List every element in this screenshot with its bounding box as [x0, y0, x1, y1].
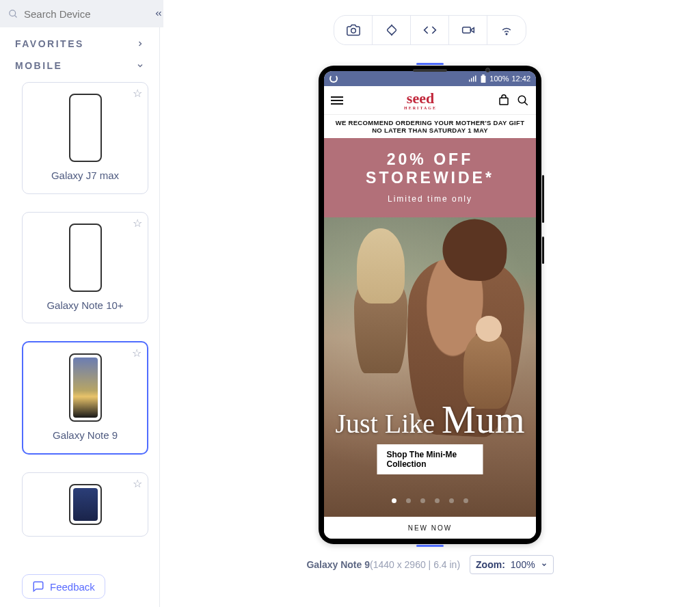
battery-icon — [480, 75, 487, 83]
device-meta: Galaxy Note 9(1440 x 2960 | 6.4 in) Zoom… — [306, 555, 553, 574]
signal-icon — [469, 75, 477, 82]
star-icon[interactable]: ☆ — [133, 477, 142, 490]
mobile-label: MOBILE — [15, 60, 62, 71]
promo-banner[interactable]: 20% OFF STOREWIDE* Limited time only — [324, 138, 536, 217]
star-icon[interactable]: ☆ — [133, 217, 142, 230]
zoom-label: Zoom: — [476, 559, 505, 570]
promo-sub: Limited time only — [328, 194, 532, 204]
search-row — [0, 0, 159, 27]
svg-point-0 — [10, 10, 16, 16]
star-icon[interactable]: ☆ — [133, 87, 142, 100]
brand-logo[interactable]: seed HERITAGE — [404, 91, 437, 110]
carousel-dots[interactable] — [392, 498, 468, 503]
promo-line1: 20% OFF — [328, 150, 532, 169]
sidebar: FAVORITES MOBILE ☆ Galaxy J7 max ☆ Galax… — [0, 0, 160, 607]
device-card[interactable]: ☆ — [22, 472, 148, 537]
status-bar: 100% 12:42 — [324, 71, 536, 86]
brand-text: seed — [407, 90, 434, 107]
section-mobile[interactable]: MOBILE — [0, 60, 159, 82]
device-frame: 100% 12:42 seed HERITAGE — [319, 66, 541, 544]
svg-point-5 — [351, 29, 355, 33]
svg-rect-14 — [481, 76, 486, 83]
svg-rect-12 — [473, 77, 474, 82]
brand-subtext: HERITAGE — [404, 106, 437, 110]
meta-device-name: Galaxy Note 9 — [306, 559, 370, 570]
footer-teaser: NEW NOW — [324, 517, 536, 539]
loading-icon — [329, 75, 338, 83]
zoom-select[interactable]: Zoom: 100% — [470, 555, 554, 574]
search-input[interactable] — [24, 8, 154, 20]
svg-rect-10 — [469, 80, 470, 82]
svg-rect-13 — [475, 76, 476, 82]
svg-point-17 — [518, 96, 526, 103]
hero-cta-button[interactable]: Shop The Mini-Me Collection — [377, 444, 483, 474]
feedback-button[interactable]: Feedback — [22, 574, 105, 599]
star-icon[interactable]: ☆ — [132, 347, 142, 360]
favorites-label: FAVORITES — [15, 38, 84, 49]
device-label: Galaxy Note 10+ — [28, 299, 142, 312]
promo-line2: STOREWIDE* — [328, 169, 532, 187]
device-thumb — [69, 353, 102, 422]
svg-line-1 — [14, 15, 16, 17]
hero-figure — [463, 334, 511, 409]
video-icon[interactable] — [449, 16, 487, 44]
chat-icon — [32, 580, 44, 593]
device-card[interactable]: ☆ Galaxy J7 max — [22, 82, 148, 194]
device-thumb — [69, 484, 102, 525]
rotate-icon[interactable] — [373, 16, 411, 44]
svg-rect-11 — [471, 78, 472, 81]
device-thumb — [69, 224, 102, 292]
chevron-down-icon — [541, 561, 548, 568]
svg-rect-16 — [500, 98, 508, 105]
section-favorites[interactable]: FAVORITES — [0, 27, 159, 60]
site-header: seed HERITAGE — [324, 86, 536, 115]
svg-rect-15 — [483, 75, 485, 76]
chevron-down-icon — [136, 62, 144, 70]
svg-rect-7 — [462, 27, 470, 33]
hero-figure — [354, 278, 407, 373]
preview-toolbar — [334, 15, 526, 45]
bag-icon[interactable] — [498, 94, 510, 107]
zoom-value: 100% — [511, 559, 535, 570]
device-label: Galaxy J7 max — [28, 169, 142, 183]
status-time: 12:42 — [511, 75, 530, 83]
feedback-label: Feedback — [50, 581, 95, 593]
search-icon — [8, 9, 18, 19]
code-icon[interactable] — [411, 16, 449, 44]
wifi-icon[interactable] — [487, 16, 526, 44]
device-screen[interactable]: 100% 12:42 seed HERITAGE — [324, 71, 536, 539]
announcement-bar: WE RECOMMEND ORDERING YOUR MOTHER'S DAY … — [324, 115, 536, 138]
menu-icon[interactable] — [331, 96, 343, 105]
camera-icon[interactable] — [334, 16, 373, 44]
device-list: ☆ Galaxy J7 max ☆ Galaxy Note 10+ ☆ Gala… — [0, 82, 159, 607]
main-area: 100% 12:42 seed HERITAGE — [160, 0, 700, 607]
battery-pct: 100% — [489, 75, 509, 83]
chevron-right-icon — [136, 40, 144, 48]
device-card[interactable]: ☆ Galaxy Note 9 — [22, 341, 148, 455]
device-label: Galaxy Note 9 — [29, 429, 142, 442]
hero-image[interactable]: Just Like Mum Shop The Mini-Me Collectio… — [324, 217, 536, 517]
svg-point-9 — [506, 33, 507, 35]
device-card[interactable]: ☆ Galaxy Note 10+ — [22, 212, 148, 324]
svg-line-18 — [524, 102, 528, 105]
device-thumb — [69, 94, 102, 162]
meta-dimensions: (1440 x 2960 | 6.4 in) — [370, 559, 460, 570]
svg-rect-6 — [386, 25, 396, 35]
search-icon[interactable] — [517, 94, 529, 107]
